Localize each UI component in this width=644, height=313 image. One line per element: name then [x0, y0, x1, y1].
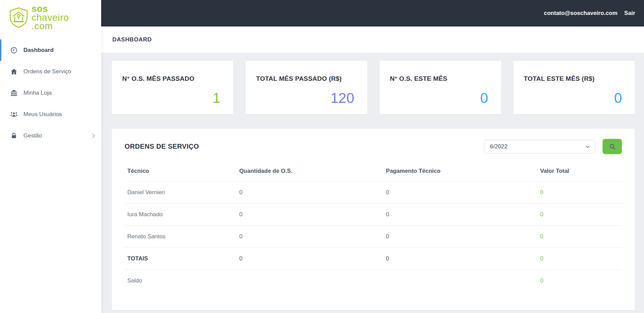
stat-card-total-este-mes: TOTAL ESTE MÊS (R$) 0: [513, 61, 635, 114]
sidebar-item-minha-loja[interactable]: Minha Loja: [0, 82, 101, 104]
brand-line-sos: sos: [32, 5, 69, 13]
sidebar-item-label: Dashboard: [23, 47, 54, 54]
content-area: N° O.S. MÊS PASSADO 1 TOTAL MÊS PASSADO …: [101, 53, 644, 313]
cell-quantidade: 0: [237, 226, 383, 248]
stat-card-os-mes-passado: N° O.S. MÊS PASSADO 1: [112, 61, 233, 114]
brand-logo[interactable]: sos chaveiro .com: [0, 0, 101, 34]
cell-tecnico: Saldo: [125, 270, 237, 292]
cell-tecnico: Iura Machado: [125, 204, 237, 226]
sidebar-item-label: Minha Loja: [23, 90, 52, 96]
col-header-pagamento: Pagamento Técnico: [383, 164, 537, 182]
user-email: contato@soschaveiro.com: [544, 10, 618, 17]
period-select[interactable]: 6/2022: [484, 140, 595, 153]
topbar: contato@soschaveiro.com Sair: [101, 0, 644, 26]
logout-link[interactable]: Sair: [624, 10, 635, 17]
stat-card-value: 0: [614, 91, 622, 105]
users-icon: [10, 111, 18, 118]
col-header-tecnico: Técnico: [125, 164, 237, 182]
cell-valor-total: 0: [537, 248, 622, 270]
stat-card-label: N° O.S. MÊS PASSADO: [122, 75, 220, 82]
clock-icon: [10, 47, 18, 54]
table-row: Renato Santos 0 0 0: [125, 226, 622, 248]
stat-card-value: 1: [213, 91, 220, 105]
shield-house-logo-icon: [9, 7, 29, 28]
cell-pagamento: [383, 270, 537, 292]
cell-tecnico: Renato Santos: [125, 226, 237, 248]
col-header-quantidade: Quantidade de O.S.: [237, 164, 383, 182]
cell-tecnico: Daniel Vernieri: [125, 182, 237, 204]
cell-valor-total: 0: [537, 204, 622, 226]
stat-card-total-mes-passado: TOTAL MÊS PASSADO (R$) 120: [245, 61, 367, 114]
bank-icon: [10, 89, 18, 97]
cell-valor-total: 0: [537, 226, 622, 248]
brand-wordmark: sos chaveiro .com: [32, 5, 69, 31]
sidebar-item-label: Meus Usuários: [23, 111, 62, 118]
sidebar-item-ordens-de-servico[interactable]: Ordens de Serviço: [0, 61, 101, 82]
sidebar: sos chaveiro .com Dashboard Ordens de Se…: [0, 0, 101, 313]
home-icon: [10, 68, 18, 75]
brand-line-com: .com: [32, 22, 69, 31]
main-area: contato@soschaveiro.com Sair DASHBOARD N…: [101, 0, 644, 313]
sidebar-item-label: Ordens de Serviço: [23, 68, 71, 75]
cell-quantidade: 0: [237, 204, 383, 226]
table-header-row: Técnico Quantidade de O.S. Pagamento Téc…: [125, 164, 622, 182]
cell-pagamento: 0: [383, 204, 537, 226]
cell-pagamento: 0: [383, 226, 537, 248]
sidebar-item-meus-usuarios[interactable]: Meus Usuários: [0, 104, 101, 125]
stat-card-label: N° O.S. ESTE MÊS: [390, 75, 488, 82]
period-select-wrap: 6/2022: [484, 140, 595, 153]
orders-panel-title: ORDENS DE SERVIÇO: [125, 143, 199, 150]
technicians-table: Técnico Quantidade de O.S. Pagamento Téc…: [125, 164, 622, 292]
chevron-right-icon: [90, 133, 96, 139]
sidebar-item-dashboard[interactable]: Dashboard: [0, 39, 101, 61]
orders-panel-controls: 6/2022: [484, 139, 622, 154]
table-row: Iura Machado 0 0 0: [125, 204, 622, 226]
table-row: Daniel Vernieri 0 0 0: [125, 182, 622, 204]
stat-card-label: TOTAL ESTE MÊS (R$): [524, 75, 622, 82]
table-row-saldo: Saldo 0: [125, 270, 622, 292]
lock-icon: [10, 132, 18, 140]
cell-quantidade: 0: [237, 182, 383, 204]
cell-pagamento: 0: [383, 248, 537, 270]
cell-valor-total: 0: [537, 270, 622, 292]
cell-pagamento: 0: [383, 182, 537, 204]
sidebar-nav: Dashboard Ordens de Serviço Minha Loja M…: [0, 39, 101, 146]
stat-card-value: 0: [480, 91, 488, 105]
orders-panel-header: ORDENS DE SERVIÇO 6/2022: [125, 139, 622, 154]
table-row-totals: TOTAIS 0 0 0: [125, 248, 622, 270]
stat-card-label: TOTAL MÊS PASSADO (R$): [256, 75, 354, 82]
search-button[interactable]: [603, 139, 622, 154]
stat-cards-row: N° O.S. MÊS PASSADO 1 TOTAL MÊS PASSADO …: [112, 61, 635, 114]
col-header-valor-total: Valor Total: [537, 164, 622, 182]
orders-panel: ORDENS DE SERVIÇO 6/2022: [112, 129, 635, 310]
sidebar-item-gestao[interactable]: Gestão: [0, 125, 101, 146]
search-icon: [609, 143, 616, 150]
stat-card-os-este-mes: N° O.S. ESTE MÊS 0: [380, 61, 501, 114]
cell-quantidade: [237, 270, 383, 292]
sidebar-item-label: Gestão: [23, 132, 42, 139]
cell-valor-total: 0: [537, 182, 622, 204]
stat-card-value: 120: [330, 91, 354, 105]
cell-tecnico: TOTAIS: [125, 248, 237, 270]
page-header: DASHBOARD: [101, 26, 644, 53]
page-title: DASHBOARD: [112, 36, 152, 43]
cell-quantidade: 0: [237, 248, 383, 270]
